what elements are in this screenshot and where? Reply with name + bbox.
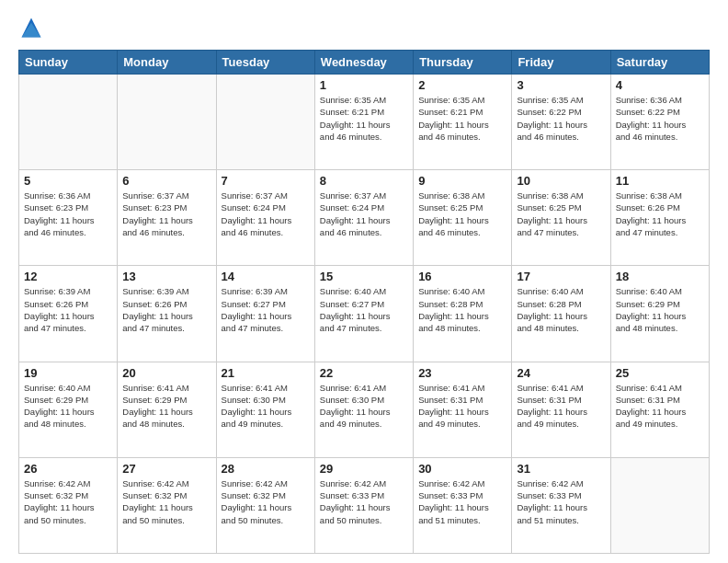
calendar-cell: 27Sunrise: 6:42 AM Sunset: 6:32 PM Dayli…	[118, 457, 216, 553]
day-number: 26	[24, 462, 112, 476]
calendar-cell: 18Sunrise: 6:40 AM Sunset: 6:29 PM Dayli…	[610, 266, 709, 362]
calendar-cell: 10Sunrise: 6:38 AM Sunset: 6:25 PM Dayli…	[512, 170, 610, 266]
calendar-cell: 3Sunrise: 6:35 AM Sunset: 6:22 PM Daylig…	[512, 75, 610, 170]
day-info: Sunrise: 6:37 AM Sunset: 6:24 PM Dayligh…	[320, 190, 408, 238]
calendar-cell: 16Sunrise: 6:40 AM Sunset: 6:28 PM Dayli…	[414, 266, 512, 362]
weekday-header-friday: Friday	[512, 51, 610, 75]
day-number: 7	[222, 174, 310, 188]
calendar-week-4: 26Sunrise: 6:42 AM Sunset: 6:32 PM Dayli…	[19, 457, 710, 553]
weekday-header-sunday: Sunday	[19, 51, 118, 75]
day-number: 19	[24, 366, 112, 380]
day-number: 8	[320, 174, 408, 188]
calendar-cell: 15Sunrise: 6:40 AM Sunset: 6:27 PM Dayli…	[314, 266, 413, 362]
calendar: SundayMondayTuesdayWednesdayThursdayFrid…	[18, 50, 710, 554]
day-number: 2	[418, 78, 506, 92]
day-info: Sunrise: 6:37 AM Sunset: 6:24 PM Dayligh…	[222, 190, 310, 238]
day-info: Sunrise: 6:42 AM Sunset: 6:33 PM Dayligh…	[517, 477, 605, 526]
day-number: 14	[222, 270, 310, 283]
day-info: Sunrise: 6:36 AM Sunset: 6:22 PM Dayligh…	[616, 94, 704, 143]
day-info: Sunrise: 6:35 AM Sunset: 6:21 PM Dayligh…	[418, 94, 506, 143]
calendar-cell: 28Sunrise: 6:42 AM Sunset: 6:32 PM Dayli…	[216, 457, 314, 553]
calendar-cell: 1Sunrise: 6:35 AM Sunset: 6:21 PM Daylig…	[314, 75, 413, 170]
weekday-header-saturday: Saturday	[610, 51, 709, 75]
day-number: 6	[122, 174, 210, 188]
day-number: 18	[616, 270, 704, 283]
day-number: 1	[320, 78, 408, 92]
weekday-header-thursday: Thursday	[414, 51, 512, 75]
calendar-week-2: 12Sunrise: 6:39 AM Sunset: 6:26 PM Dayli…	[19, 266, 710, 362]
header	[18, 15, 710, 40]
day-info: Sunrise: 6:41 AM Sunset: 6:31 PM Dayligh…	[616, 382, 704, 431]
calendar-cell: 9Sunrise: 6:38 AM Sunset: 6:25 PM Daylig…	[414, 170, 512, 266]
day-info: Sunrise: 6:41 AM Sunset: 6:30 PM Dayligh…	[222, 382, 310, 431]
calendar-cell: 20Sunrise: 6:41 AM Sunset: 6:29 PM Dayli…	[118, 362, 216, 457]
logo	[18, 15, 48, 40]
svg-marker-1	[22, 23, 41, 38]
calendar-cell: 4Sunrise: 6:36 AM Sunset: 6:22 PM Daylig…	[610, 75, 709, 170]
day-number: 20	[122, 366, 210, 380]
day-number: 25	[616, 366, 704, 380]
day-number: 23	[418, 366, 506, 380]
calendar-cell	[610, 457, 709, 553]
calendar-cell: 21Sunrise: 6:41 AM Sunset: 6:30 PM Dayli…	[216, 362, 314, 457]
day-number: 31	[517, 462, 605, 476]
calendar-cell: 5Sunrise: 6:36 AM Sunset: 6:23 PM Daylig…	[19, 170, 118, 266]
day-number: 4	[616, 78, 704, 92]
day-info: Sunrise: 6:41 AM Sunset: 6:29 PM Dayligh…	[122, 382, 210, 431]
day-info: Sunrise: 6:40 AM Sunset: 6:28 PM Dayligh…	[517, 285, 605, 334]
day-number: 17	[517, 270, 605, 283]
day-number: 28	[222, 462, 310, 476]
day-info: Sunrise: 6:41 AM Sunset: 6:31 PM Dayligh…	[418, 382, 506, 431]
weekday-header-tuesday: Tuesday	[216, 51, 314, 75]
calendar-cell: 31Sunrise: 6:42 AM Sunset: 6:33 PM Dayli…	[512, 457, 610, 553]
day-info: Sunrise: 6:42 AM Sunset: 6:33 PM Dayligh…	[320, 477, 408, 526]
calendar-cell: 22Sunrise: 6:41 AM Sunset: 6:30 PM Dayli…	[314, 362, 413, 457]
day-info: Sunrise: 6:42 AM Sunset: 6:32 PM Dayligh…	[222, 477, 310, 526]
weekday-header-monday: Monday	[118, 51, 216, 75]
calendar-cell: 30Sunrise: 6:42 AM Sunset: 6:33 PM Dayli…	[414, 457, 512, 553]
day-info: Sunrise: 6:40 AM Sunset: 6:28 PM Dayligh…	[418, 285, 506, 334]
day-number: 21	[222, 366, 310, 380]
day-number: 16	[418, 270, 506, 283]
day-info: Sunrise: 6:41 AM Sunset: 6:31 PM Dayligh…	[517, 382, 605, 431]
weekday-header-row: SundayMondayTuesdayWednesdayThursdayFrid…	[19, 51, 710, 75]
logo-icon	[18, 15, 44, 40]
calendar-week-3: 19Sunrise: 6:40 AM Sunset: 6:29 PM Dayli…	[19, 362, 710, 457]
calendar-cell: 14Sunrise: 6:39 AM Sunset: 6:27 PM Dayli…	[216, 266, 314, 362]
day-info: Sunrise: 6:42 AM Sunset: 6:32 PM Dayligh…	[24, 477, 112, 526]
calendar-cell	[216, 75, 314, 170]
calendar-week-0: 1Sunrise: 6:35 AM Sunset: 6:21 PM Daylig…	[19, 75, 710, 170]
calendar-cell: 12Sunrise: 6:39 AM Sunset: 6:26 PM Dayli…	[19, 266, 118, 362]
day-info: Sunrise: 6:38 AM Sunset: 6:25 PM Dayligh…	[517, 190, 605, 238]
day-number: 29	[320, 462, 408, 476]
day-number: 15	[320, 270, 408, 283]
calendar-cell: 2Sunrise: 6:35 AM Sunset: 6:21 PM Daylig…	[414, 75, 512, 170]
day-number: 9	[418, 174, 506, 188]
calendar-body: 1Sunrise: 6:35 AM Sunset: 6:21 PM Daylig…	[19, 75, 710, 554]
calendar-cell: 26Sunrise: 6:42 AM Sunset: 6:32 PM Dayli…	[19, 457, 118, 553]
day-number: 12	[24, 270, 112, 283]
calendar-cell: 17Sunrise: 6:40 AM Sunset: 6:28 PM Dayli…	[512, 266, 610, 362]
calendar-cell: 24Sunrise: 6:41 AM Sunset: 6:31 PM Dayli…	[512, 362, 610, 457]
day-info: Sunrise: 6:40 AM Sunset: 6:29 PM Dayligh…	[616, 285, 704, 334]
day-info: Sunrise: 6:40 AM Sunset: 6:27 PM Dayligh…	[320, 285, 408, 334]
day-number: 11	[616, 174, 704, 188]
day-number: 5	[24, 174, 112, 188]
calendar-cell: 13Sunrise: 6:39 AM Sunset: 6:26 PM Dayli…	[118, 266, 216, 362]
day-info: Sunrise: 6:42 AM Sunset: 6:33 PM Dayligh…	[418, 477, 506, 526]
day-info: Sunrise: 6:35 AM Sunset: 6:21 PM Dayligh…	[320, 94, 408, 143]
day-number: 24	[517, 366, 605, 380]
day-number: 30	[418, 462, 506, 476]
day-info: Sunrise: 6:35 AM Sunset: 6:22 PM Dayligh…	[517, 94, 605, 143]
day-info: Sunrise: 6:38 AM Sunset: 6:26 PM Dayligh…	[616, 190, 704, 238]
calendar-cell: 11Sunrise: 6:38 AM Sunset: 6:26 PM Dayli…	[610, 170, 709, 266]
day-info: Sunrise: 6:39 AM Sunset: 6:26 PM Dayligh…	[122, 285, 210, 334]
calendar-cell: 7Sunrise: 6:37 AM Sunset: 6:24 PM Daylig…	[216, 170, 314, 266]
day-number: 10	[517, 174, 605, 188]
day-info: Sunrise: 6:38 AM Sunset: 6:25 PM Dayligh…	[418, 190, 506, 238]
calendar-cell: 23Sunrise: 6:41 AM Sunset: 6:31 PM Dayli…	[414, 362, 512, 457]
day-info: Sunrise: 6:39 AM Sunset: 6:27 PM Dayligh…	[222, 285, 310, 334]
day-number: 3	[517, 78, 605, 92]
calendar-cell: 6Sunrise: 6:37 AM Sunset: 6:23 PM Daylig…	[118, 170, 216, 266]
day-number: 22	[320, 366, 408, 380]
